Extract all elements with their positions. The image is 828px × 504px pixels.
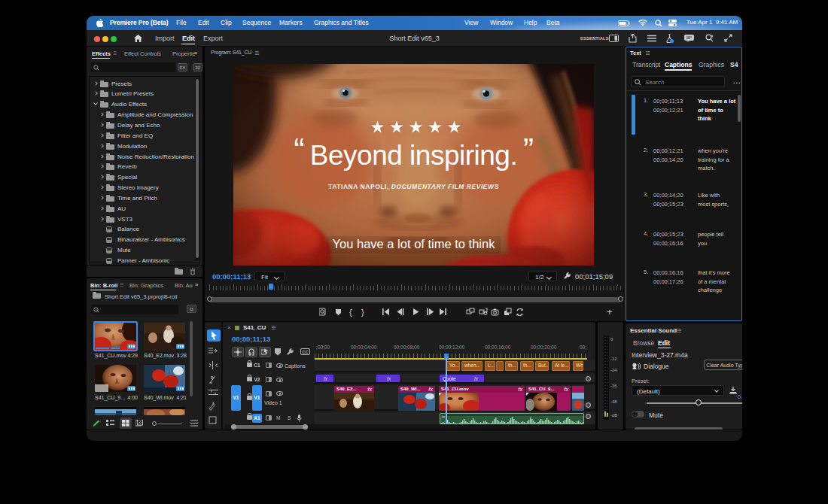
svg-text:}: } <box>361 308 364 317</box>
svg-text:{: { <box>349 308 352 317</box>
